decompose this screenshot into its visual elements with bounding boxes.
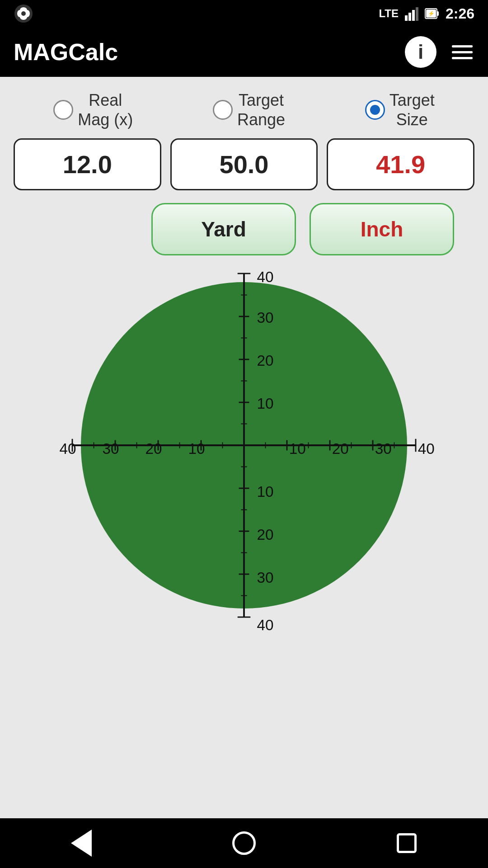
svg-text:30: 30 [257,310,274,326]
status-bar: LTE ⚡ 2:26 [0,0,488,27]
home-icon [232,831,256,855]
svg-text:20: 20 [145,440,162,457]
svg-text:30: 30 [375,440,392,457]
inch-button[interactable]: Inch [310,203,454,255]
svg-rect-8 [412,10,415,21]
svg-text:40: 40 [257,269,274,285]
main-content: RealMag (x) TargetRange TargetSize 12.0 … [0,77,488,818]
battery-icon: ⚡ [425,6,439,21]
recents-icon [397,833,417,853]
yard-button[interactable]: Yard [151,203,296,255]
svg-text:40: 40 [257,617,274,633]
app-title: MAGCalc [14,38,118,66]
status-time: 2:26 [446,5,474,22]
svg-text:10: 10 [289,440,306,457]
svg-text:30: 30 [257,569,274,586]
svg-text:⚡: ⚡ [427,10,434,17]
radio-label-target-range: TargetRange [237,90,285,129]
svg-text:20: 20 [332,440,349,457]
lte-icon: LTE [379,7,399,20]
info-button[interactable]: i [405,36,436,68]
radio-item-target-size: TargetSize [365,90,435,129]
svg-text:40: 40 [418,440,435,457]
chart-area: 40 30 20 10 10 20 30 40 40 30 20 10 10 2… [14,269,474,818]
recents-button[interactable] [389,825,425,861]
svg-text:10: 10 [257,396,274,412]
scope-chart: 40 30 20 10 10 20 30 40 40 30 20 10 10 2… [72,274,416,617]
svg-point-5 [21,11,26,16]
value-box-target-range[interactable]: 50.0 [170,138,318,190]
status-bar-left [14,4,33,24]
home-button[interactable] [226,825,262,861]
radio-row: RealMag (x) TargetRange TargetSize [14,86,474,129]
status-bar-right: LTE ⚡ 2:26 [379,5,474,22]
back-button[interactable] [63,825,99,861]
radio-top-target-size: TargetSize [365,90,435,129]
radio-item-target-range: TargetRange [213,90,285,129]
value-row: 12.0 50.0 41.9 [14,138,474,190]
radio-label-real-mag: RealMag (x) [78,90,133,129]
menu-line-3 [452,57,473,59]
svg-text:20: 20 [257,353,274,369]
menu-button[interactable] [450,43,474,61]
radio-label-target-size: TargetSize [389,90,435,129]
value-box-target-size[interactable]: 41.9 [327,138,474,190]
svg-rect-9 [416,7,418,21]
app-bar-icons: i [405,36,474,68]
value-box-real-mag[interactable]: 12.0 [14,138,161,190]
menu-line-2 [452,51,473,53]
svg-text:10: 10 [257,483,274,500]
svg-text:20: 20 [257,526,274,543]
svg-rect-6 [405,15,408,21]
radio-item-real-mag: RealMag (x) [53,90,133,129]
radio-top-real-mag: RealMag (x) [53,90,133,129]
svg-rect-7 [408,13,411,21]
value-real-mag: 12.0 [63,150,112,179]
bottom-nav [0,818,488,868]
unit-row: Yard Inch [14,203,474,255]
menu-line-1 [452,45,473,47]
svg-text:40: 40 [60,440,76,457]
radio-target-size[interactable] [365,100,385,120]
svg-text:30: 30 [103,440,119,457]
app-icon [14,4,33,24]
app-bar: MAGCalc i [0,27,488,77]
radio-top-target-range: TargetRange [213,90,285,129]
value-target-size: 41.9 [376,150,425,179]
signal-icon [405,6,418,21]
svg-rect-11 [437,11,439,16]
back-icon [71,830,92,857]
svg-text:10: 10 [188,440,205,457]
value-target-range: 50.0 [220,150,269,179]
radio-real-mag[interactable] [53,100,73,120]
radio-target-range[interactable] [213,100,233,120]
